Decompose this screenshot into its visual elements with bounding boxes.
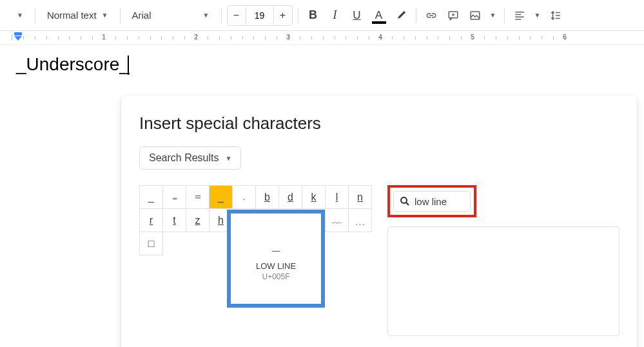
decrease-font-button[interactable]: −: [228, 6, 246, 25]
image-button[interactable]: [465, 6, 485, 25]
char-cell[interactable]: l: [326, 186, 349, 209]
document-text: _Underscore_: [16, 54, 130, 74]
line-spacing-button[interactable]: [546, 6, 565, 25]
char-cell[interactable]: d: [279, 186, 302, 209]
separator: [120, 8, 121, 23]
character-preview: _ LOW LINE U+005F: [227, 210, 325, 308]
font-size-group: − +: [227, 5, 293, 26]
char-cell[interactable]: ₌: [163, 186, 186, 209]
char-cell[interactable]: ＝: [186, 186, 210, 209]
char-cell[interactable]: □: [140, 232, 163, 255]
char-cell[interactable]: ﹒: [233, 186, 256, 209]
bold-button[interactable]: B: [304, 6, 323, 25]
font-size-input[interactable]: [246, 6, 274, 25]
preview-code: U+005F: [262, 272, 289, 281]
font-dropdown[interactable]: Arial▼: [126, 6, 216, 25]
comment-button[interactable]: [444, 6, 463, 25]
separator: [221, 8, 222, 23]
document-area[interactable]: _Underscore_: [0, 45, 644, 84]
highlight-button[interactable]: [391, 6, 411, 25]
special-characters-dialog: Insert special characters Search Results…: [121, 95, 637, 347]
dialog-title: Insert special characters: [139, 114, 619, 134]
increase-font-button[interactable]: +: [274, 6, 292, 25]
style-dropdown[interactable]: Normal text▼: [41, 6, 115, 25]
separator: [504, 8, 505, 23]
char-cell[interactable]: r: [140, 209, 163, 232]
style-label: Normal text: [47, 10, 97, 21]
char-cell[interactable]: k: [302, 186, 326, 209]
char-cell[interactable]: _: [140, 186, 163, 209]
align-button[interactable]: [510, 6, 529, 25]
char-cell[interactable]: _: [210, 186, 233, 209]
italic-button[interactable]: I: [326, 6, 345, 25]
more-dropdown[interactable]: ▼: [5, 8, 30, 23]
separator: [416, 8, 416, 23]
preview-char: _: [272, 237, 280, 253]
search-input[interactable]: [415, 196, 460, 207]
search-highlight-box: [387, 185, 476, 217]
char-cell[interactable]: ﹍: [349, 209, 372, 232]
category-label: Search Results: [149, 152, 219, 164]
character-grid-section: _₌＝_﹒bdklnrtzh ﹏﹍□ _ LOW LINE U+005F: [139, 185, 372, 255]
separator: [298, 8, 298, 23]
search-section: [387, 185, 620, 336]
image-dropdown-icon[interactable]: ▼: [487, 6, 499, 25]
char-cell[interactable]: ﹏: [326, 209, 349, 232]
category-dropdown[interactable]: Search Results▼: [139, 146, 241, 170]
search-box[interactable]: [393, 191, 471, 212]
font-label: Arial: [132, 10, 151, 21]
char-cell[interactable]: t: [163, 209, 186, 232]
draw-area[interactable]: [387, 226, 620, 336]
link-button[interactable]: [422, 6, 441, 25]
toolbar: ▼ Normal text▼ Arial▼ − + B I U A ▼ ▼: [0, 0, 644, 31]
svg-point-4: [401, 197, 407, 203]
align-dropdown-icon[interactable]: ▼: [532, 6, 543, 25]
text-color-button[interactable]: A: [369, 6, 389, 25]
char-cell[interactable]: n: [349, 186, 372, 209]
char-cell[interactable]: b: [256, 186, 279, 209]
underline-button[interactable]: U: [347, 6, 367, 25]
char-cell[interactable]: z: [186, 209, 210, 232]
separator: [35, 8, 35, 23]
preview-name: LOW LINE: [256, 261, 296, 271]
search-icon: [399, 195, 411, 207]
ruler: 123456: [0, 31, 644, 45]
text-cursor-icon: [128, 55, 129, 75]
